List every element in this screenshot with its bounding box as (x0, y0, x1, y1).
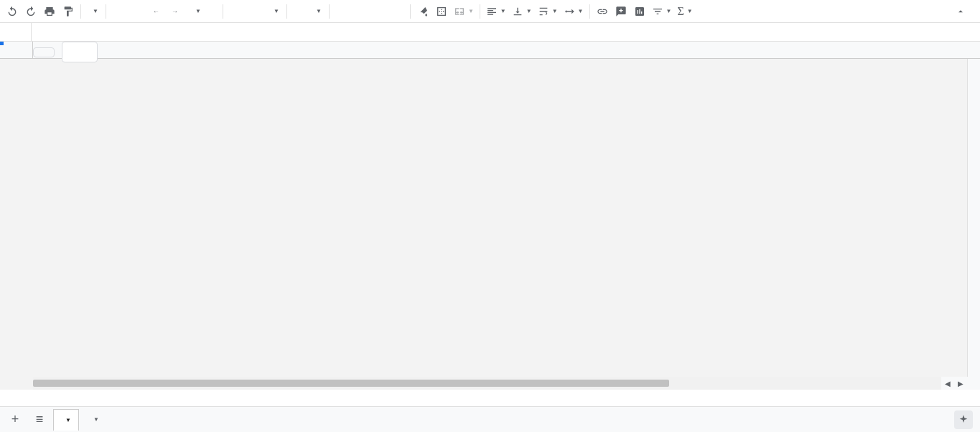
scroll-right-icon[interactable]: ▶ (954, 377, 967, 390)
horizontal-align-button[interactable]: ▼ (483, 2, 509, 21)
all-sheets-button[interactable]: ≡ (29, 410, 50, 429)
chevron-down-icon: ▼ (526, 8, 532, 14)
redo-button[interactable] (22, 2, 40, 21)
insert-link-button[interactable] (593, 2, 612, 21)
vertical-align-button[interactable]: ▼ (509, 2, 535, 21)
italic-button[interactable] (351, 2, 370, 21)
toolbar: ▼ ← → ▼ ▼ ▼ ▼ ▼ ▼ ▼ (0, 0, 980, 23)
decrease-decimal-button[interactable]: ← (146, 2, 165, 21)
text-color-button[interactable] (388, 2, 407, 21)
formula-bar (0, 23, 980, 42)
undo-button[interactable] (3, 2, 22, 21)
formula-input[interactable] (32, 23, 980, 41)
vertical-scrollbar[interactable] (967, 59, 980, 377)
borders-button[interactable] (432, 2, 451, 21)
chevron-down-icon: ▼ (687, 8, 693, 14)
sheet-tab-main-page[interactable]: ▼ (82, 409, 106, 431)
chevron-down-icon: ▼ (500, 8, 506, 14)
add-rows-button[interactable] (33, 47, 55, 57)
chevron-down-icon: ▼ (578, 8, 584, 14)
merge-cells-button[interactable]: ▼ (451, 2, 477, 21)
add-sheet-button[interactable]: + (4, 410, 26, 429)
add-rows-bar (33, 42, 105, 62)
text-rotation-button[interactable]: ▼ (561, 2, 587, 21)
add-rows-count-input[interactable] (62, 42, 98, 62)
sheet-tab-content[interactable]: ▼ (53, 409, 79, 431)
filter-button[interactable]: ▼ (649, 2, 675, 21)
select-all-corner[interactable] (0, 42, 33, 59)
zoom-dropdown[interactable]: ▼ (84, 8, 103, 14)
chevron-down-icon: ▼ (468, 8, 474, 14)
chevron-down-icon: ▼ (552, 8, 558, 14)
horizontal-scrollbar[interactable]: ◀ ▶ (33, 377, 967, 390)
chevron-down-icon: ▼ (93, 416, 99, 423)
font-dropdown[interactable]: ▼ (226, 8, 284, 14)
column-headers (33, 42, 980, 59)
percent-button[interactable] (128, 2, 146, 21)
increase-decimal-button[interactable]: → (165, 2, 184, 21)
insert-comment-button[interactable] (612, 2, 630, 21)
chevron-down-icon: ▼ (316, 8, 322, 14)
fx-label (0, 23, 32, 41)
collapse-toolbar-button[interactable] (951, 2, 970, 21)
chevron-down-icon: ▼ (274, 8, 279, 14)
text-wrap-button[interactable]: ▼ (535, 2, 561, 21)
fill-color-button[interactable] (414, 2, 432, 21)
insert-chart-button[interactable] (630, 2, 649, 21)
chevron-down-icon: ▼ (65, 417, 71, 423)
chevron-down-icon: ▼ (666, 8, 672, 14)
chevron-down-icon: ▼ (93, 8, 98, 14)
paint-format-button[interactable] (59, 2, 78, 21)
strikethrough-button[interactable] (370, 2, 388, 21)
currency-button[interactable] (109, 2, 128, 21)
more-formats-dropdown[interactable]: ▼ (184, 8, 220, 14)
chevron-down-icon: ▼ (195, 8, 201, 14)
scroll-left-icon[interactable]: ◀ (941, 377, 954, 390)
functions-button[interactable]: Σ ▼ (674, 2, 695, 21)
spreadsheet-grid: ◀ ▶ (0, 42, 980, 390)
explore-button[interactable] (954, 410, 973, 429)
scroll-corner (967, 377, 980, 390)
bold-button[interactable] (332, 2, 351, 21)
print-button[interactable] (40, 2, 59, 21)
sheet-tab-bar: + ≡ ▼ ▼ (0, 406, 980, 432)
font-size-dropdown[interactable]: ▼ (290, 8, 326, 14)
